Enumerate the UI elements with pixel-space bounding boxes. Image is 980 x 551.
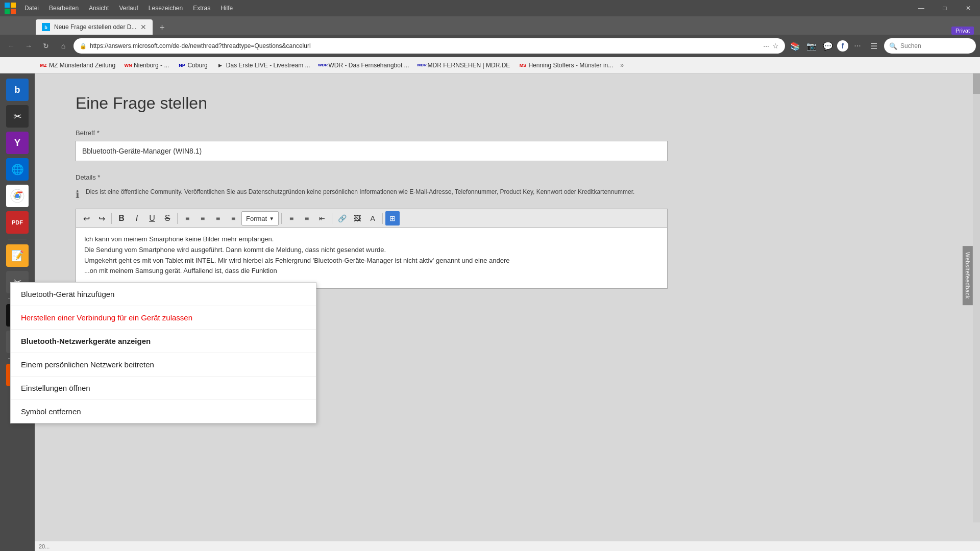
- align-center-button[interactable]: ≡: [195, 211, 210, 226]
- format-dropdown-arrow: ▼: [269, 216, 274, 221]
- context-item-join-network[interactable]: Einem persönlichen Netzwerk beitreten: [11, 353, 316, 377]
- more-tools-button[interactable]: ···: [850, 39, 865, 53]
- align-right-button[interactable]: ≡: [211, 211, 225, 226]
- menu-ansicht[interactable]: Ansicht: [85, 4, 113, 13]
- context-menu: Bluetooth-Gerät hinzufügen Herstellen ei…: [10, 282, 316, 423]
- url-text: https://answers.microsoft.com/de-de/newt…: [90, 42, 760, 49]
- screenshot-icon[interactable]: 📷: [804, 39, 819, 53]
- unordered-list-button[interactable]: ≡: [284, 211, 299, 226]
- ordered-list-button[interactable]: ≡: [300, 211, 314, 226]
- bookmark-henning[interactable]: MS Henning Stoffers - Münster in...: [515, 61, 617, 70]
- bookmark-mdr[interactable]: MDR MDR FERNSEHEN | MDR.DE: [414, 61, 514, 70]
- align-left-button[interactable]: ≡: [180, 211, 194, 226]
- svg-point-8: [15, 194, 19, 198]
- bookmark-np[interactable]: NP Coburg: [174, 61, 211, 70]
- close-button[interactable]: ✕: [957, 0, 980, 16]
- context-item-remove-symbol[interactable]: Symbol entfernen: [11, 400, 316, 423]
- subject-input[interactable]: Bbluetooth-Geräte-Manager (WIN8.1): [76, 141, 668, 161]
- sidebar-icon-y[interactable]: Y: [6, 132, 29, 154]
- toolbar-separator-3: [281, 213, 282, 224]
- bold-button[interactable]: B: [114, 211, 129, 226]
- context-item-allow-connection[interactable]: Herstellen einer Verbindung für ein Gerä…: [11, 306, 316, 330]
- sidebar-icon-b[interactable]: b: [6, 79, 29, 101]
- title-bar: Datei Bearbeiten Ansicht Verlauf Lesezei…: [0, 0, 980, 16]
- tab-favicon: b: [42, 23, 50, 31]
- search-input[interactable]: [900, 42, 977, 49]
- bookmark-wn[interactable]: WN Nienborg - ...: [120, 61, 173, 70]
- menu-verlauf[interactable]: Verlauf: [115, 4, 142, 13]
- scrollbar-thumb[interactable]: [973, 73, 980, 94]
- menu-lesezeichen[interactable]: Lesezeichen: [144, 4, 187, 13]
- menu-bearbeiten[interactable]: Bearbeiten: [45, 4, 83, 13]
- table-button[interactable]: ⊞: [385, 211, 400, 226]
- notice-text: Dies ist eine öffentliche Community. Ver…: [86, 187, 634, 196]
- bookmark-wdr[interactable]: WDR WDR - Das Fernsehangbot ...: [315, 61, 413, 70]
- link-button[interactable]: 🔗: [335, 211, 349, 226]
- bookmark-star-icon[interactable]: ☆: [772, 42, 779, 50]
- secure-lock-icon: 🔒: [80, 43, 87, 49]
- facebook-icon[interactable]: f: [837, 40, 848, 52]
- sidebar-icon-chrome[interactable]: [6, 185, 29, 207]
- home-button[interactable]: ⌂: [56, 39, 70, 53]
- address-bar: ← → ↻ ⌂ 🔒 https://answers.microsoft.com/…: [0, 35, 980, 57]
- bookmark-wdr-icon: WDR: [320, 62, 327, 69]
- url-more-button[interactable]: ···: [763, 42, 769, 50]
- sidebar-icon-www[interactable]: 🌐: [6, 158, 29, 181]
- toolbar-separator-4: [332, 213, 332, 224]
- bookmarks-more-button[interactable]: »: [620, 62, 624, 69]
- url-bar[interactable]: 🔒 https://answers.microsoft.com/de-de/ne…: [74, 38, 785, 54]
- image-button[interactable]: 🖼: [350, 211, 364, 226]
- menu-datei[interactable]: Datei: [20, 4, 43, 13]
- details-label: Details *: [76, 173, 939, 181]
- sidebar-separator-1: [8, 239, 27, 239]
- page-title: Eine Frage stellen: [76, 94, 939, 113]
- refresh-button[interactable]: ↻: [39, 39, 53, 53]
- svg-text:b: b: [44, 25, 47, 30]
- align-justify-button[interactable]: ≡: [226, 211, 240, 226]
- search-box[interactable]: 🔍: [884, 38, 976, 54]
- right-scrollbar[interactable]: [973, 73, 980, 522]
- library-icon[interactable]: 📚: [788, 39, 802, 53]
- undo-button[interactable]: ↩: [79, 211, 93, 226]
- website-feedback-tab[interactable]: Websitefeedback: [963, 246, 973, 305]
- editor-toolbar: ↩ ↪ B I U S ≡ ≡ ≡ ≡ Format ▼ ≡ ≡ ⇤ 🔗 🖼 A: [76, 209, 668, 228]
- bookmark-np-icon: NP: [178, 62, 185, 69]
- underline-button[interactable]: U: [145, 211, 159, 226]
- back-button[interactable]: ←: [4, 39, 18, 53]
- editor-line-1: Ich kann von meinem Smarphone keine Bild…: [84, 234, 659, 245]
- minimize-button[interactable]: —: [910, 0, 933, 16]
- bookmark-mdr-label: MDR FERNSEHEN | MDR.DE: [428, 62, 510, 69]
- maximize-button[interactable]: □: [933, 0, 957, 16]
- forward-button[interactable]: →: [21, 39, 36, 53]
- tab-close-button[interactable]: ✕: [140, 23, 146, 31]
- bookmark-mz[interactable]: MZ MZ Münsterland Zeitung: [36, 61, 119, 70]
- format-dropdown[interactable]: Format ▼: [241, 211, 279, 226]
- context-item-add-device[interactable]: Bluetooth-Gerät hinzufügen: [11, 283, 316, 306]
- new-tab-button[interactable]: +: [155, 20, 169, 35]
- bookmark-ard[interactable]: ▶ Das Erste LIVE - Livestream ...: [213, 61, 314, 70]
- status-bar: 20...: [35, 541, 980, 551]
- sidebar-icon-pdf[interactable]: PDF: [6, 211, 29, 234]
- whatsapp-icon[interactable]: 💬: [821, 39, 835, 53]
- sidebar-icon-scissors[interactable]: ✂: [6, 105, 29, 128]
- browser-tab[interactable]: b Neue Frage erstellen oder D... ✕: [36, 19, 153, 35]
- context-item-open-settings[interactable]: Einstellungen öffnen: [11, 377, 316, 400]
- menu-extras[interactable]: Extras: [189, 4, 214, 13]
- editor-line-3: Umgekehrt geht es mit von Tablet mit INT…: [84, 256, 659, 266]
- menu-hilfe[interactable]: Hilfe: [216, 4, 237, 13]
- font-color-button[interactable]: A: [365, 211, 380, 226]
- italic-button[interactable]: I: [130, 211, 144, 226]
- bookmark-wn-icon: WN: [125, 62, 132, 69]
- redo-button[interactable]: ↪: [94, 211, 109, 226]
- tab-title: Neue Frage erstellen oder D...: [54, 23, 136, 31]
- svg-rect-3: [11, 9, 16, 14]
- svg-rect-1: [11, 3, 16, 8]
- bookmark-wn-label: Nienborg - ...: [134, 62, 169, 69]
- context-item-show-network[interactable]: Bluetooth-Netzwerkgeräte anzeigen: [11, 330, 316, 353]
- menu-button[interactable]: ☰: [867, 39, 881, 53]
- subject-value: Bbluetooth-Geräte-Manager (WIN8.1): [82, 147, 202, 155]
- outdent-button[interactable]: ⇤: [315, 211, 329, 226]
- sidebar-icon-note[interactable]: 📝: [6, 244, 29, 267]
- strikethrough-button[interactable]: S: [160, 211, 175, 226]
- editor-content[interactable]: Ich kann von meinem Smarphone keine Bild…: [76, 228, 668, 289]
